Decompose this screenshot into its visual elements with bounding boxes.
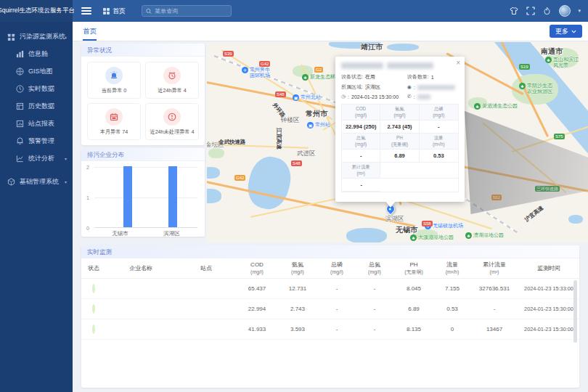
ph-cell: 6.89 [393,306,434,312]
map-label-滨湖区: 滨湖区 [385,215,404,224]
sidebar-item-label: 预警管理 [28,136,54,146]
sidebar-item-统计分析[interactable]: 统计分析▾ [0,150,73,167]
popup-info: 设备状态:在用 设备数量:1 所属区域:滨湖区 ◉: ◷:2024-01-23 … [341,73,459,99]
table-row[interactable]: 65.43712.731--8.0457.155327636.5312024-0… [81,279,579,299]
status-dot-green [92,304,95,314]
anomaly-card-label: 当前异常 0 [102,87,127,94]
map-icon [16,68,24,75]
table-scrollbar[interactable] [573,280,577,343]
history-icon [16,102,24,110]
map-poi-label: 常州北站 [301,94,321,100]
nh3-cell: 2.743 [277,306,318,312]
app-root: Squirrel生态环境云服务平台 首页 ▾ 污染源监测系统▴信息舱GIS地图实… [0,0,588,392]
sidebar-item-实时数据[interactable]: 实时数据 [0,80,73,97]
topbar-actions: ▾ [509,5,588,17]
sidebar-section: 污染源监测系统▴信息舱GIS地图实时数据历史数据站点报表预警管理统计分析▾ [0,28,73,167]
anomaly-card[interactable]: 当前异常 0 [87,62,141,99]
sidebar-item-GIS地图[interactable]: GIS地图 [0,62,73,80]
road-name: 江宜高速 [275,128,282,150]
metric-value: 6.89 [380,150,419,163]
map-label-武进区: 武进区 [297,150,316,158]
sidebar-section-污染源监测系统[interactable]: 污染源监测系统▴ [0,28,73,45]
status-cell [81,326,106,332]
road-badge: S58 [422,221,433,226]
avatar[interactable] [559,5,571,17]
gis-map[interactable]: × 设备状态:在用 设备数量:1 所属区域:滨湖区 ◉: ◷:2024-01-2… [207,42,588,242]
map-poi-rail: ▣常州站 [307,122,330,128]
monitor-table-header: 状态企业名称站点COD(mg/l)氨氮(mg/l)总磷(mg/l)总氮(mg/l… [81,258,579,279]
map-poi-label: 无锡硕放机场 [433,223,463,229]
chart-bar [123,166,132,227]
status-dot-green [92,324,95,334]
bar-chart: 210 [94,167,197,228]
fullscreen-icon[interactable] [526,7,535,16]
flame-icon[interactable] [542,7,552,16]
theme-icon[interactable] [509,7,518,16]
table-row[interactable]: 41.9333.593--8.1350134672024-01-23 15:30… [81,319,579,340]
sidebar-item-站点报表[interactable]: 站点报表 [0,115,73,132]
chevron-down-icon: ▾ [65,156,67,161]
status-cell [81,285,106,292]
road-badge: G42 [259,61,270,67]
sidebar-item-信息舱[interactable]: 信息舱 [0,45,73,62]
menu-collapse-icon[interactable] [81,7,91,15]
siren-icon [105,67,123,84]
sidebar-item-历史数据[interactable]: 历史数据 [0,97,73,115]
map-poi-rail: ▣常州北站 [293,94,321,101]
metric-header: 总氮(mg/l) [342,134,380,150]
column-header: 累计流量(m³) [470,261,518,275]
lake-shape [207,189,221,203]
status-dot-green [92,284,95,293]
anomaly-card[interactable]: 本月异常 74 [87,103,141,140]
alarm-clock-icon [163,67,181,84]
map-poi-label: 黄泗浦生态公园 [482,103,518,109]
tab-home[interactable]: 首页 [83,22,97,41]
table-row[interactable]: 22.9942.743--6.890.53-2024-01-23 15:30:0… [81,299,579,319]
column-header: PH(无量纲) [393,261,434,275]
sidebar-section-基础管理系统[interactable]: 基础管理系统▾ [0,173,73,190]
menu-search[interactable] [142,5,232,17]
road-name: 金武快速路 [219,139,246,146]
sidebar-item-预警管理[interactable]: 预警管理 [0,132,73,150]
total-flow-cell: - [470,306,518,312]
airport-icon: ✈ [242,67,248,73]
map-label-常州市: 常州市 [306,109,327,119]
sidebar-item-label: 统计分析 [28,154,54,163]
metric-header: 氨氮(mg/l) [380,105,419,121]
metric-value: - [420,121,458,134]
road-name: 沪宜高速 [523,205,545,224]
map-poi-park: ♣常阴沙生态 农业旅游区 [519,83,552,94]
search-icon [146,8,152,15]
map-poi-label: 新龙生态林 [310,74,335,80]
cod-cell: 22.994 [237,306,277,312]
lake-shape [346,228,387,242]
search-input[interactable] [155,8,227,15]
chart-gridline [94,167,197,168]
close-icon[interactable]: × [456,60,460,67]
anomaly-card[interactable]: 近24h未处理异常 4 [145,103,199,140]
road-name: 外环路 [271,102,287,119]
distribution-chart-panel: 排污企业分布 210 无锡市滨湖区 [81,148,205,237]
device-status-value: 在用 [365,73,375,81]
road-badge: S75 [554,134,565,139]
phone-icon: ✆ [407,94,412,99]
column-header: 总磷(mg/l) [318,261,356,275]
more-button[interactable]: 更多 [550,25,582,38]
column-header: 流量(m³/h) [434,261,470,275]
chevron-down-icon[interactable]: ▾ [578,8,581,14]
phone-redacted [417,94,430,99]
sidebar-section: 基础管理系统▾ [0,173,73,190]
anomaly-panel: 异常状况 当前异常 0近24h异常 4本月异常 74近24h未处理异常 4 [81,44,205,145]
nh3-cell: 3.593 [277,326,318,332]
anomaly-card-label: 本月异常 74 [100,128,128,136]
metric-header: PH(无量纲) [380,134,419,150]
device-count-value: 1 [431,75,434,80]
chart-y-tick: 0 [86,226,89,231]
topbar-home-link[interactable]: 首页 [103,7,126,16]
map-label-无锡市: 无锡市 [396,225,417,235]
region-value: 滨湖区 [365,83,380,91]
anomaly-card[interactable]: 近24h异常 4 [145,62,199,99]
road-badge: S19 [519,64,530,70]
map-poi-label: 常阴沙生态 农业旅游区 [527,83,552,94]
popup-time: 2024-01-23 15:30:00 [351,94,399,99]
